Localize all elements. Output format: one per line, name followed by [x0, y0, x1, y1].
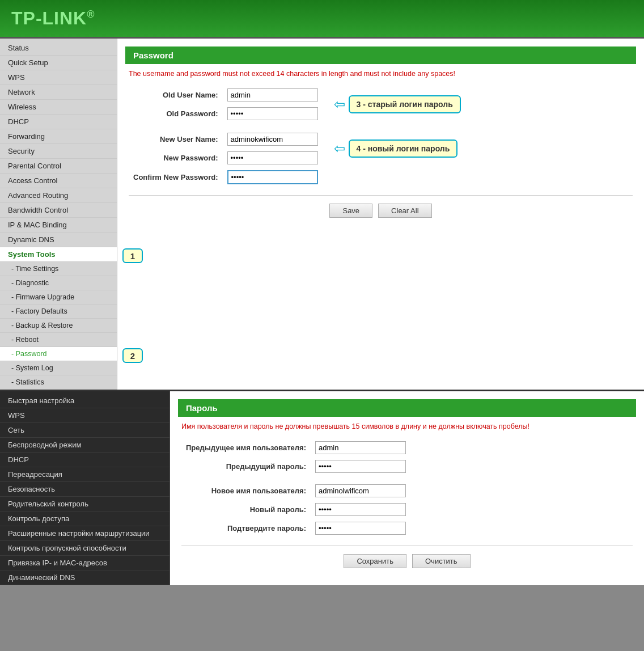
sidebar-item-access-control[interactable]: Access Control [0, 174, 117, 188]
sidebar-item-factory-defaults[interactable]: - Factory Defaults [0, 305, 117, 319]
sidebar-item-dark-wps[interactable]: WPS [0, 408, 170, 423]
sidebar-item-reboot[interactable]: - Reboot [0, 333, 117, 347]
sidebar-item-network[interactable]: Network [0, 85, 117, 100]
bottom-new-password-field [311, 500, 410, 519]
sidebar-top: Status Quick Setup WPS Network Wireless … [0, 39, 117, 390]
sidebar-bottom: Быстрая настройка WPS Сеть Беспроводной … [0, 391, 170, 585]
bottom-content: Пароль Имя пользователя и пароль не долж… [170, 391, 644, 585]
bottom-section: Быстрая настройка WPS Сеть Беспроводной … [0, 391, 644, 585]
old-password-input[interactable] [227, 107, 318, 120]
top-content: Password The username and password must … [117, 39, 644, 390]
old-username-field [223, 86, 323, 104]
confirm-password-field [223, 167, 323, 187]
badge-1: 1 [122, 248, 143, 263]
bottom-save-button[interactable]: Сохранить [344, 554, 406, 568]
sidebar-item-system-tools[interactable]: System Tools [0, 247, 117, 262]
badge-2: 2 [122, 348, 143, 363]
save-button[interactable]: Save [329, 204, 372, 218]
callout-4: 4 - новый логин пароль [349, 140, 458, 158]
top-warning-text: The username and password must not excee… [129, 70, 633, 78]
bottom-new-username-input[interactable] [315, 484, 406, 497]
sidebar-item-dark-advanced-routing[interactable]: Расширенные настройки маршрутизации [0, 526, 170, 541]
new-username-label: New User Name: [129, 130, 223, 149]
sidebar-item-dark-ip-mac[interactable]: Привязка IP- и MAC-адресов [0, 556, 170, 570]
bottom-old-username-label: Предыдущее имя пользователя: [181, 438, 311, 457]
sidebar-item-dark-bandwidth[interactable]: Контроль пропускной способности [0, 541, 170, 556]
bottom-confirm-password-input[interactable] [315, 522, 406, 535]
arrow-left-icon-3: ⇦ [334, 96, 345, 112]
old-username-input[interactable] [227, 88, 318, 102]
sidebar-item-password[interactable]: - Password [0, 347, 117, 361]
sidebar-item-firmware-upgrade[interactable]: - Firmware Upgrade [0, 290, 117, 305]
page-header: TP-LINK® [0, 0, 644, 39]
bottom-old-password-label: Предыдущий пароль: [181, 457, 311, 476]
bottom-new-username-label: Новое имя пользователя: [181, 481, 311, 500]
callout-3: 3 - старый логин пароль [349, 95, 461, 113]
sidebar-item-advanced-routing[interactable]: Advanced Routing [0, 188, 117, 203]
sidebar-item-dark-quick-setup[interactable]: Быстрая настройка [0, 394, 170, 408]
new-password-label: New Password: [129, 149, 223, 167]
top-button-row: Save Clear All [129, 204, 633, 218]
tp-link-logo: TP-LINK® [11, 8, 633, 29]
confirm-password-label: Confirm New Password: [129, 167, 223, 187]
bottom-old-username-field [311, 438, 410, 457]
sidebar-item-dark-dhcp[interactable]: DHCP [0, 453, 170, 467]
sidebar-item-quick-setup[interactable]: Quick Setup [0, 56, 117, 70]
sidebar-item-dark-security[interactable]: Безопасность [0, 482, 170, 497]
old-password-label: Old Password: [129, 104, 223, 123]
bottom-new-password-input[interactable] [315, 503, 406, 516]
new-username-input[interactable] [227, 133, 318, 146]
sidebar-item-wps[interactable]: WPS [0, 70, 117, 85]
form-divider [129, 195, 633, 196]
sidebar-item-diagnostic[interactable]: - Diagnostic [0, 276, 117, 290]
sidebar-item-dark-wireless[interactable]: Беспроводной режим [0, 438, 170, 453]
sidebar-item-dark-access-control[interactable]: Контроль доступа [0, 511, 170, 526]
new-password-field [223, 149, 323, 167]
clear-all-button[interactable]: Clear All [378, 204, 431, 218]
sidebar-item-parental-control[interactable]: Parental Control [0, 159, 117, 174]
bottom-confirm-password-field [311, 519, 410, 538]
sidebar-item-dark-dynamic-dns[interactable]: Динамический DNS [0, 570, 170, 585]
sidebar-item-status[interactable]: Status [0, 41, 117, 56]
sidebar-item-statistics[interactable]: - Statistics [0, 375, 117, 390]
arrow-left-icon-4: ⇦ [334, 141, 345, 157]
bottom-old-username-input[interactable] [315, 441, 406, 454]
sidebar-item-system-log[interactable]: - System Log [0, 361, 117, 375]
bottom-confirm-password-label: Подтвердите пароль: [181, 519, 311, 538]
bottom-form-divider [181, 546, 633, 546]
sidebar-item-dark-parental[interactable]: Родительский контроль [0, 497, 170, 511]
sidebar-item-backup-restore[interactable]: - Backup & Restore [0, 319, 117, 333]
bottom-new-password-label: Новый пароль: [181, 500, 311, 519]
sidebar-item-time-settings[interactable]: - Time Settings [0, 262, 117, 276]
old-password-field [223, 104, 323, 123]
bottom-new-username-field [311, 481, 410, 500]
new-password-input[interactable] [227, 151, 318, 164]
sidebar-item-dark-forwarding[interactable]: Переадресация [0, 467, 170, 482]
sidebar-item-dhcp[interactable]: DHCP [0, 115, 117, 129]
sidebar-item-wireless[interactable]: Wireless [0, 100, 117, 115]
confirm-password-input[interactable] [227, 170, 318, 184]
top-section: Status Quick Setup WPS Network Wireless … [0, 39, 644, 391]
sidebar-item-dynamic-dns[interactable]: Dynamic DNS [0, 232, 117, 247]
bottom-warning-text: Имя пользователя и пароль не должны прев… [181, 422, 633, 430]
bottom-old-password-input[interactable] [315, 460, 406, 473]
new-username-field [223, 130, 323, 149]
sidebar-item-dark-network[interactable]: Сеть [0, 423, 170, 438]
callout4-row: ⇦ 4 - новый логин пароль [334, 140, 461, 158]
old-username-label: Old User Name: [129, 86, 223, 104]
sidebar-item-security[interactable]: Security [0, 144, 117, 159]
bottom-form-table: Предыдущее имя пользователя: Предыдущий … [181, 438, 410, 538]
sidebar-item-ip-mac-binding[interactable]: IP & MAC Binding [0, 218, 117, 232]
bottom-section-title: Пароль [178, 399, 636, 417]
bottom-clear-button[interactable]: Очистить [412, 554, 471, 568]
sidebar-item-forwarding[interactable]: Forwarding [0, 129, 117, 144]
top-section-title: Password [125, 46, 636, 64]
bottom-button-row: Сохранить Очистить [181, 554, 633, 568]
bottom-old-password-field [311, 457, 410, 476]
top-form-table: Old User Name: ⇦ 3 - старый логин пароль… [129, 86, 465, 187]
callout3-row: ⇦ 3 - старый логин пароль [334, 95, 461, 113]
sidebar-item-bandwidth-control[interactable]: Bandwidth Control [0, 203, 117, 218]
